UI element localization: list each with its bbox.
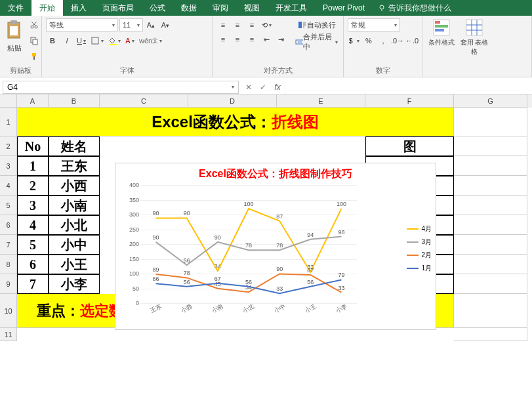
row-header-6[interactable]: 6 xyxy=(0,215,17,235)
increase-font-button[interactable]: A▴ xyxy=(144,18,157,31)
orientation-button[interactable]: ⟲▾ xyxy=(260,18,273,31)
col-header-C[interactable]: C xyxy=(100,94,188,108)
header-no[interactable]: No xyxy=(17,136,49,156)
comma-button[interactable]: , xyxy=(377,34,390,47)
tab-dev[interactable]: 开发工具 xyxy=(268,0,315,16)
cell-name-3[interactable]: 小南 xyxy=(49,196,100,215)
wrap-text-button[interactable]: 自动换行 xyxy=(294,18,339,31)
font-name-combo[interactable]: 等线▾ xyxy=(46,18,118,31)
font-color-button[interactable]: A▾ xyxy=(123,34,136,47)
cell-name-5[interactable]: 小中 xyxy=(49,235,100,255)
cell-g-8[interactable] xyxy=(454,255,527,274)
cell-no-6[interactable]: 6 xyxy=(17,255,49,274)
currency-button[interactable]: $▾ xyxy=(348,34,361,47)
select-all-corner[interactable] xyxy=(0,94,17,108)
borders-button[interactable]: ▾ xyxy=(89,34,105,47)
tab-review[interactable]: 审阅 xyxy=(205,0,236,16)
header-name[interactable]: 姓名 xyxy=(49,136,100,156)
italic-button[interactable]: I xyxy=(60,34,73,47)
confirm-formula-button[interactable]: ✓ xyxy=(256,81,270,94)
col-header-B[interactable]: B xyxy=(49,94,100,108)
fx-button[interactable]: fx xyxy=(270,81,285,94)
indent-dec-button[interactable]: ⇤ xyxy=(260,33,273,46)
cell-no-1[interactable]: 1 xyxy=(17,156,49,176)
align-bottom-button[interactable]: ≡ xyxy=(245,18,258,31)
cell-no-4[interactable]: 4 xyxy=(17,215,49,235)
cancel-formula-button[interactable]: ✕ xyxy=(241,81,256,94)
format-table-button[interactable]: 套用 表格格 xyxy=(459,18,489,56)
indent-inc-button[interactable]: ⇥ xyxy=(274,33,287,46)
merge-center-button[interactable]: 合并后居中▾ xyxy=(294,35,339,49)
cell-no-5[interactable]: 5 xyxy=(17,235,49,255)
col-header-G[interactable]: G xyxy=(454,94,527,108)
tab-view[interactable]: 视图 xyxy=(236,0,268,16)
align-left-button[interactable]: ≡ xyxy=(216,33,230,46)
percent-button[interactable]: % xyxy=(362,34,375,47)
row-header-8[interactable]: 8 xyxy=(0,255,17,274)
cell-g-7[interactable] xyxy=(454,235,527,255)
conditional-format-button[interactable]: 条件格式 xyxy=(426,18,457,47)
tab-layout[interactable]: 页面布局 xyxy=(94,0,142,16)
cell-no-3[interactable]: 3 xyxy=(17,196,49,215)
chart-title: Excel函数公式：折线图制作技巧 xyxy=(115,163,436,185)
cell-g-4[interactable] xyxy=(454,176,527,196)
tab-formulas[interactable]: 公式 xyxy=(142,0,173,16)
cell-g-6[interactable] xyxy=(454,215,527,235)
name-box[interactable]: G4▾ xyxy=(3,81,239,94)
cell-g-2[interactable] xyxy=(454,136,527,156)
inc-decimal-button[interactable]: .0→ xyxy=(391,34,404,47)
cell-g-5[interactable] xyxy=(454,196,527,215)
paste-button[interactable]: 粘贴 xyxy=(4,18,25,53)
row-header-7[interactable]: 7 xyxy=(0,235,17,255)
cut-button[interactable] xyxy=(28,18,41,31)
underline-button[interactable]: U▾ xyxy=(75,34,88,47)
cell-no-2[interactable]: 2 xyxy=(17,176,49,196)
bold-button[interactable]: B xyxy=(46,34,59,47)
phonetic-button[interactable]: wén文▾ xyxy=(138,34,163,47)
cell-g-3[interactable] xyxy=(454,156,527,176)
fill-color-button[interactable]: ▾ xyxy=(106,34,122,47)
col-header-F[interactable]: F xyxy=(365,94,454,108)
cell-name-2[interactable]: 小西 xyxy=(49,176,100,196)
row-header-11[interactable]: 11 xyxy=(0,328,17,341)
cell-name-1[interactable]: 王东 xyxy=(49,156,100,176)
decrease-font-button[interactable]: A▾ xyxy=(159,18,172,31)
cell-name-4[interactable]: 小北 xyxy=(49,215,100,235)
row-header-10[interactable]: 10 xyxy=(0,294,17,328)
cell-g-10[interactable] xyxy=(454,294,527,328)
number-format-combo[interactable]: 常规▾ xyxy=(348,18,400,31)
tab-home[interactable]: 开始 xyxy=(31,0,63,16)
row-header-1[interactable]: 1 xyxy=(0,108,17,136)
row-header-3[interactable]: 3 xyxy=(0,156,17,176)
tab-file[interactable]: 文件 xyxy=(0,0,31,16)
row-header-4[interactable]: 4 xyxy=(0,176,17,196)
copy-button[interactable] xyxy=(28,34,41,47)
format-painter-button[interactable] xyxy=(28,50,41,63)
chart-object[interactable]: Excel函数公式：折线图制作技巧 0501001502002503003504… xyxy=(115,163,436,330)
font-size-combo[interactable]: 11▾ xyxy=(119,18,143,31)
row-header-2[interactable]: 2 xyxy=(0,136,17,156)
align-top-button[interactable]: ≡ xyxy=(216,18,230,31)
tell-me-search[interactable]: 告诉我你想做什么 xyxy=(378,3,451,14)
col-header-A[interactable]: A xyxy=(17,94,49,108)
dec-decimal-button[interactable]: ←.0 xyxy=(405,34,419,47)
cell-g-11[interactable] xyxy=(454,328,527,341)
align-right-button[interactable]: ≡ xyxy=(245,33,258,46)
align-middle-button[interactable]: ≡ xyxy=(231,18,244,31)
row-header-9[interactable]: 9 xyxy=(0,274,17,294)
cell-g-9[interactable] xyxy=(454,274,527,294)
formula-input[interactable] xyxy=(285,81,532,94)
tab-data[interactable]: 数据 xyxy=(173,0,205,16)
title-cell[interactable]: Excel函数公式：折线图 xyxy=(17,108,454,136)
align-center-button[interactable]: ≡ xyxy=(231,33,244,46)
cell-name-6[interactable]: 小王 xyxy=(49,255,100,274)
tab-power[interactable]: Power Pivot xyxy=(315,0,373,16)
cell-no-7[interactable]: 7 xyxy=(17,274,49,294)
col-header-E[interactable]: E xyxy=(277,94,365,108)
tab-insert[interactable]: 插入 xyxy=(63,0,94,16)
col-header-D[interactable]: D xyxy=(188,94,277,108)
row-header-5[interactable]: 5 xyxy=(0,196,17,215)
header-last[interactable]: 图 xyxy=(365,136,454,156)
cell-g-1[interactable] xyxy=(454,108,527,136)
cell-name-7[interactable]: 小李 xyxy=(49,274,100,294)
